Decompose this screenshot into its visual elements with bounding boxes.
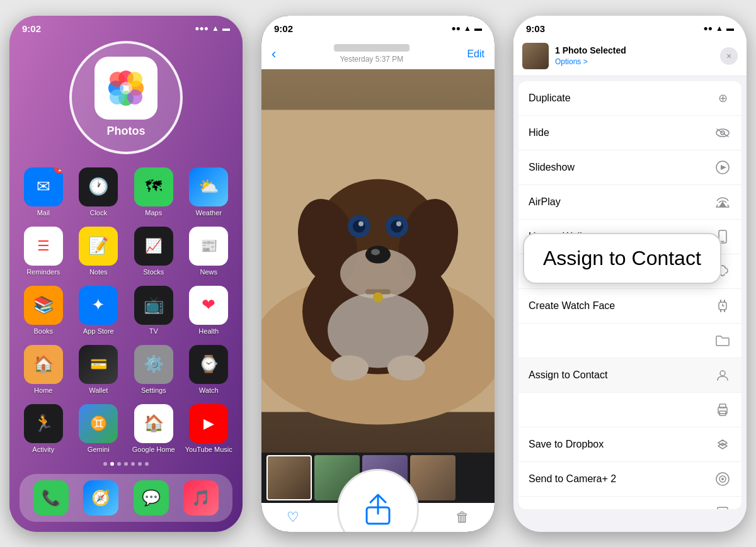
clock-icon[interactable]: 🕐 [79, 167, 118, 206]
goodnotes-label: Open in GoodNotes [529, 508, 617, 509]
mail-icon[interactable]: ✉ 1 [24, 167, 63, 206]
photo-contact-blur [334, 44, 410, 52]
edit-button[interactable]: Edit [467, 48, 484, 60]
app-clock[interactable]: 🕐 Clock [75, 167, 123, 217]
app-appstore[interactable]: ✦ App Store [75, 286, 123, 335]
app-ytmusic[interactable]: ▶ YouTube Music [185, 404, 233, 453]
menu-item-hide[interactable]: Hide [518, 116, 742, 150]
music-icon[interactable]: 🎵 [183, 480, 219, 516]
app-health[interactable]: ❤ Health [185, 286, 233, 335]
menu-item-dropbox[interactable]: Save to Dropbox [518, 427, 742, 462]
menu-item-print[interactable] [518, 393, 742, 427]
status-time-2: 9:02 [274, 23, 293, 34]
maps-icon[interactable]: 🗺 [134, 167, 173, 206]
share-close-button[interactable]: × [720, 47, 738, 65]
dock-phone[interactable]: 📞 [33, 480, 69, 516]
dock-messages[interactable]: 💬 [134, 480, 169, 516]
app-gemini[interactable]: ♊ Gemini [75, 404, 123, 453]
folder-icon [714, 332, 731, 349]
app-news[interactable]: 📰 News [185, 227, 233, 276]
watch-icon[interactable]: ⌚ [189, 345, 228, 384]
dropbox-label: Save to Dropbox [529, 439, 604, 450]
app-mail[interactable]: ✉ 1 Mail [20, 167, 67, 217]
svg-marker-35 [721, 165, 726, 170]
notes-label: Notes [89, 268, 108, 276]
dock-safari[interactable]: 🧭 [83, 480, 118, 516]
reminders-label: Reminders [26, 268, 60, 276]
dot-6 [138, 462, 142, 466]
phone-icon[interactable]: 📞 [33, 480, 69, 516]
app-wallet[interactable]: 💳 Wallet [75, 345, 123, 394]
gemini-icon[interactable]: ♊ [79, 404, 118, 443]
stocks-icon[interactable]: 📈 [134, 227, 173, 266]
notes-icon[interactable]: 📝 [79, 227, 118, 266]
menu-item-goodnotes[interactable]: Open in GoodNotes [518, 497, 742, 509]
app-home[interactable]: 🏠 Home [20, 345, 67, 394]
dot-4 [124, 462, 128, 466]
menu-item-duplicate[interactable]: Duplicate ⊕ [518, 81, 742, 116]
svg-point-23 [371, 249, 380, 255]
tv-icon[interactable]: 📺 [134, 286, 173, 325]
app-maps[interactable]: 🗺 Maps [130, 167, 178, 217]
appstore-icon[interactable]: ✦ [79, 286, 118, 325]
app-tv[interactable]: 📺 TV [130, 286, 178, 335]
dog-photo[interactable] [261, 69, 495, 453]
status-bar-1: 9:02 ●●● ▲ ▬ [9, 16, 243, 37]
menu-item-assigncontact[interactable]: Assign to Contact [518, 358, 742, 393]
app-settings[interactable]: ⚙️ Settings [130, 345, 178, 394]
app-row-1: ✉ 1 Mail 🕐 Clock 🗺 Maps [9, 162, 243, 222]
googlehome-icon[interactable]: 🏠 [134, 404, 173, 443]
back-button[interactable]: ‹ [272, 46, 276, 62]
trash-button[interactable]: 🗑 [455, 509, 469, 526]
app-stocks[interactable]: 📈 Stocks [130, 227, 178, 276]
photo-date: Yesterday 5:37 PM [340, 55, 403, 64]
menu-item-watchface[interactable]: Create Watch Face [518, 289, 742, 324]
home-icon[interactable]: 🏠 [24, 345, 63, 384]
slideshow-label: Slideshow [529, 162, 575, 173]
dropbox-icon-svg [716, 438, 730, 451]
ytmusic-icon[interactable]: ▶ [189, 404, 228, 443]
app-notes[interactable]: 📝 Notes [75, 227, 123, 276]
weather-icon[interactable]: ⛅ [189, 167, 228, 206]
app-googlehome[interactable]: 🏠 Google Home [130, 404, 178, 453]
hide-label: Hide [529, 127, 549, 138]
messages-icon[interactable]: 💬 [134, 480, 169, 516]
play-circle-icon [716, 161, 730, 174]
books-icon[interactable]: 📚 [24, 286, 63, 325]
activity-label: Activity [32, 446, 54, 453]
svg-point-20 [358, 221, 364, 226]
favorite-button[interactable]: ♡ [287, 509, 299, 526]
menu-item-folder[interactable] [518, 324, 742, 358]
status-bar-2: 9:02 ●● ▲ ▬ [261, 16, 495, 37]
dock-music[interactable]: 🎵 [183, 480, 219, 516]
menu-item-cameraplus[interactable]: Send to Camera+ 2 [518, 462, 742, 497]
safari-icon[interactable]: 🧭 [83, 480, 118, 516]
wallet-icon[interactable]: 💳 [79, 345, 118, 384]
app-weather[interactable]: ⛅ Weather [185, 167, 233, 217]
wifi-icon-2: ▲ [464, 24, 471, 33]
strip-thumb-1[interactable] [266, 455, 312, 500]
dot-1 [103, 462, 107, 466]
signal-icon-3: ●● [704, 24, 713, 33]
news-icon[interactable]: 📰 [189, 227, 228, 266]
app-reminders[interactable]: ☰ Reminders [20, 227, 67, 276]
app-books[interactable]: 📚 Books [20, 286, 67, 335]
photos-icon-large[interactable] [94, 57, 158, 120]
reminders-icon[interactable]: ☰ [24, 227, 63, 266]
cameraplus-icon [714, 470, 731, 488]
googlehome-label: Google Home [132, 446, 175, 453]
cameraplus-label: Send to Camera+ 2 [529, 473, 616, 485]
app-watch[interactable]: ⌚ Watch [185, 345, 233, 394]
wallet-label: Wallet [89, 386, 108, 394]
health-icon[interactable]: ❤ [189, 286, 228, 325]
strip-thumb-4[interactable] [410, 455, 455, 500]
settings-icon[interactable]: ⚙️ [134, 345, 173, 384]
app-activity[interactable]: 🏃 Activity [20, 404, 67, 453]
share-options-link[interactable]: Options > [555, 57, 588, 66]
svg-point-8 [120, 82, 132, 94]
page-dots [9, 458, 243, 470]
menu-item-airplay[interactable]: AirPlay [518, 185, 742, 220]
print-icon [714, 401, 731, 419]
activity-icon[interactable]: 🏃 [24, 404, 63, 443]
menu-item-slideshow[interactable]: Slideshow [518, 150, 742, 185]
